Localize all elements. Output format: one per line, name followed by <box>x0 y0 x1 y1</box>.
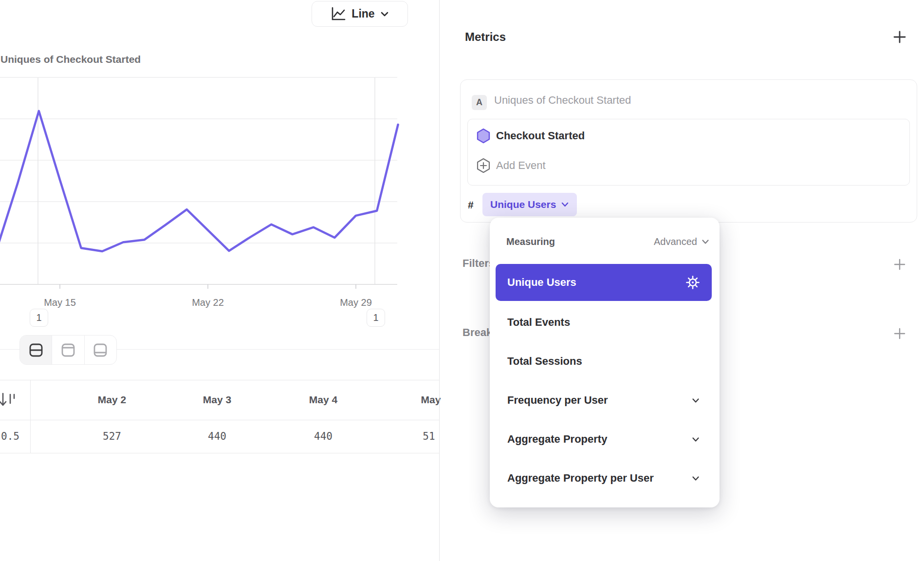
metric-card: A Uniques of Checkout Started Checkout S… <box>460 79 917 223</box>
event-hexagon-icon <box>476 128 491 144</box>
layout-toggle-group <box>19 335 117 365</box>
table-cell: 51 <box>407 420 451 453</box>
add-event-icon[interactable] <box>476 158 491 173</box>
menu-option-aggregate-property-per-user[interactable]: Aggregate Property per User <box>496 462 712 494</box>
table-header-cell[interactable]: May 3 <box>168 380 266 420</box>
x-tick-label: May 15 <box>44 297 76 308</box>
menu-option-label: Unique Users <box>507 276 576 289</box>
x-tick-label: May 22 <box>192 297 224 308</box>
x-tick-labels: May 15 May 22 May 29 <box>44 297 372 308</box>
annotation-badge[interactable]: 1 <box>30 309 48 327</box>
chart-type-button[interactable]: Line <box>312 1 408 27</box>
menu-option-frequency-per-user[interactable]: Frequency per User <box>496 384 712 416</box>
chart-title: Uniques of Checkout Started <box>0 54 141 65</box>
advanced-label: Advanced <box>654 236 697 247</box>
chevron-down-icon <box>380 11 389 18</box>
measure-value: Unique Users <box>490 199 556 210</box>
chevron-down-icon <box>701 239 710 245</box>
event-card: Checkout Started Add Event <box>467 119 910 186</box>
layout-table-only-button[interactable] <box>84 336 116 364</box>
chart-line[interactable] <box>0 111 398 251</box>
table-border <box>0 453 439 453</box>
line-chart-icon <box>330 6 347 22</box>
menu-option-total-sessions[interactable]: Total Sessions <box>496 345 712 377</box>
layout-chart-only-button[interactable] <box>52 336 84 364</box>
advanced-toggle[interactable]: Advanced <box>654 236 710 247</box>
layout-split-button[interactable] <box>20 336 52 364</box>
count-symbol: # <box>468 199 474 211</box>
series-letter-badge: A <box>472 95 487 110</box>
event-name[interactable]: Checkout Started <box>496 130 585 142</box>
table-cell: 527 <box>63 420 161 453</box>
measure-dropdown-trigger[interactable]: Unique Users <box>482 193 577 216</box>
annotation-badge[interactable]: 1 <box>367 309 385 327</box>
layout-split-icon <box>28 342 44 358</box>
plus-icon <box>893 327 906 340</box>
chevron-down-icon <box>691 397 700 404</box>
metric-title[interactable]: Uniques of Checkout Started <box>494 94 631 107</box>
menu-option-label: Aggregate Property <box>507 433 607 446</box>
table-cell: 440 <box>275 420 372 453</box>
plus-icon <box>892 30 907 44</box>
menu-option-label: Total Events <box>507 316 570 329</box>
chevron-down-icon <box>561 202 569 207</box>
measuring-label: Measuring <box>506 236 555 247</box>
table-header-cell[interactable]: May 2 <box>63 380 161 420</box>
x-tick-label: May 29 <box>340 297 372 308</box>
add-event-label[interactable]: Add Event <box>496 159 546 172</box>
menu-option-total-events[interactable]: Total Events <box>496 306 712 338</box>
gear-icon[interactable] <box>685 275 700 290</box>
add-metric-button[interactable] <box>892 29 907 45</box>
table-cell: 440 <box>168 420 266 453</box>
chart-type-label: Line <box>351 7 374 20</box>
metrics-heading: Metrics <box>465 30 506 44</box>
section-divider <box>117 349 439 350</box>
table-border <box>30 380 31 453</box>
menu-option-label: Total Sessions <box>507 355 582 368</box>
measuring-dropdown: Measuring Advanced Unique Users <box>490 218 720 507</box>
menu-option-aggregate-property[interactable]: Aggregate Property <box>496 423 712 455</box>
sort-descending-icon[interactable] <box>0 391 18 410</box>
line-chart: May 15 May 22 May 29 <box>0 68 439 312</box>
panel-divider <box>439 0 440 561</box>
add-breakdown-button[interactable] <box>892 326 907 341</box>
menu-option-unique-users[interactable]: Unique Users <box>496 264 712 301</box>
menu-option-label: Aggregate Property per User <box>507 472 654 485</box>
chart-panel: Line Uniques of Checkout Started <box>0 0 439 561</box>
table-header-cell[interactable]: May 4 <box>275 380 372 420</box>
menu-option-label: Frequency per User <box>507 394 608 407</box>
section-divider <box>0 349 19 350</box>
chart-gridlines <box>0 77 397 243</box>
chevron-down-icon <box>691 436 700 443</box>
x-axis-ticks <box>60 284 356 289</box>
add-filter-button[interactable] <box>892 257 907 272</box>
table-cell-average: 0.5 <box>0 420 19 453</box>
table-header-cell[interactable]: May <box>404 380 458 420</box>
layout-top-icon <box>60 342 76 358</box>
chevron-down-icon <box>691 475 700 482</box>
layout-bottom-icon <box>92 342 108 358</box>
annotation-lines <box>38 77 375 284</box>
plus-icon <box>893 258 906 271</box>
